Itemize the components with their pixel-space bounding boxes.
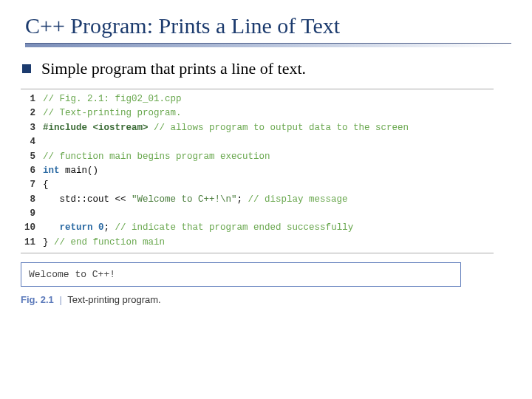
figure-text: Text-printing program.: [67, 294, 160, 305]
code-token: // display message: [248, 194, 348, 205]
figure-separator: |: [56, 294, 64, 305]
line-number: 10: [21, 221, 43, 235]
program-output-box: Welcome to C++!: [21, 262, 461, 287]
line-number: 2: [21, 106, 43, 120]
slide: C++ Program: Prints a Line of Text Simpl…: [0, 0, 532, 318]
code-line: 8 std::cout << "Welcome to C++!\n"; // d…: [21, 193, 494, 207]
code-token: {: [43, 180, 49, 190]
code-token: 0: [98, 222, 104, 233]
code-token: [93, 222, 99, 233]
line-number: 4: [21, 135, 43, 149]
code-content: // function main begins program executio…: [43, 150, 270, 164]
line-number: 11: [21, 236, 43, 250]
line-number: 9: [21, 207, 43, 221]
code-content: } // end function main: [43, 236, 165, 250]
code-line: 3#include <iostream> // allows program t…: [21, 121, 494, 135]
code-content: {: [43, 178, 49, 192]
code-token: // allows program to output data to the …: [149, 123, 409, 133]
code-content: std::cout << "Welcome to C++!\n"; // dis…: [43, 193, 348, 207]
line-number: 5: [21, 150, 43, 164]
line-number: 1: [21, 92, 43, 106]
code-token: #include <iostream>: [43, 123, 149, 133]
code-token: // Fig. 2.1: fig02_01.cpp: [43, 94, 182, 104]
code-content: // Fig. 2.1: fig02_01.cpp: [43, 92, 182, 106]
code-token: }: [43, 237, 54, 248]
code-line: 4: [21, 135, 494, 149]
bullet-item: Simple program that prints a line of tex…: [21, 59, 511, 78]
code-line: 1// Fig. 2.1: fig02_01.cpp: [21, 92, 494, 106]
line-number: 6: [21, 164, 43, 178]
code-token: [43, 222, 60, 233]
code-content: // Text-printing program.: [43, 106, 182, 120]
code-token: int: [43, 166, 60, 176]
code-line: 5// function main begins program executi…: [21, 150, 494, 164]
code-content: #include <iostream> // allows program to…: [43, 121, 409, 135]
figure-label: Fig. 2.1: [21, 294, 54, 305]
code-line: 2// Text-printing program.: [21, 106, 494, 120]
line-number: 7: [21, 178, 43, 192]
code-content: int main(): [43, 164, 98, 178]
code-token: // function main begins program executio…: [43, 151, 270, 162]
square-bullet-icon: [22, 64, 31, 73]
figure-caption: Fig. 2.1 | Text-printing program.: [21, 294, 511, 305]
code-listing: 1// Fig. 2.1: fig02_01.cpp2// Text-print…: [21, 89, 494, 253]
code-token: ;: [104, 222, 115, 233]
code-line: 6int main(): [21, 164, 494, 178]
code-token: "Welcome to C++!\n": [132, 194, 237, 205]
code-token: ;: [237, 194, 248, 205]
code-token: std::cout <<: [43, 194, 132, 205]
code-line: 9: [21, 207, 494, 221]
code-token: // indicate that program ended successfu…: [115, 222, 354, 233]
line-number: 3: [21, 121, 43, 135]
code-content: return 0; // indicate that program ended…: [43, 221, 353, 235]
slide-title: C++ Program: Prints a Line of Text: [21, 13, 511, 38]
code-line: 11} // end function main: [21, 236, 494, 250]
title-underline: [21, 43, 511, 49]
code-line: 10 return 0; // indicate that program en…: [21, 221, 494, 235]
code-token: main(): [60, 166, 99, 176]
code-token: // Text-printing program.: [43, 108, 182, 118]
code-line: 7{: [21, 178, 494, 192]
code-token: return: [60, 222, 93, 233]
line-number: 8: [21, 193, 43, 207]
bullet-text: Simple program that prints a line of tex…: [41, 59, 306, 78]
gradient-rule: [25, 43, 511, 47]
code-token: // end function main: [54, 237, 165, 248]
